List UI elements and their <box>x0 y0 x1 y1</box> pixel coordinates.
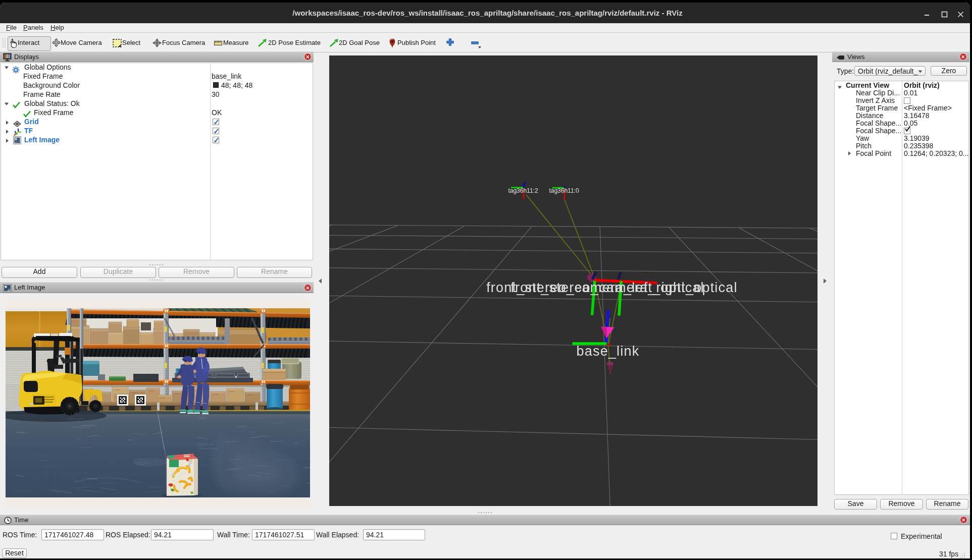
svg-text:tag36h11:0: tag36h11:0 <box>549 187 579 194</box>
svg-text:tag36h11:2: tag36h11:2 <box>508 187 538 194</box>
svg-text:front_stereo_camera_right_opti: front_stereo_camera_right_optical <box>510 280 737 295</box>
svg-text:base_link: base_link <box>577 344 640 359</box>
